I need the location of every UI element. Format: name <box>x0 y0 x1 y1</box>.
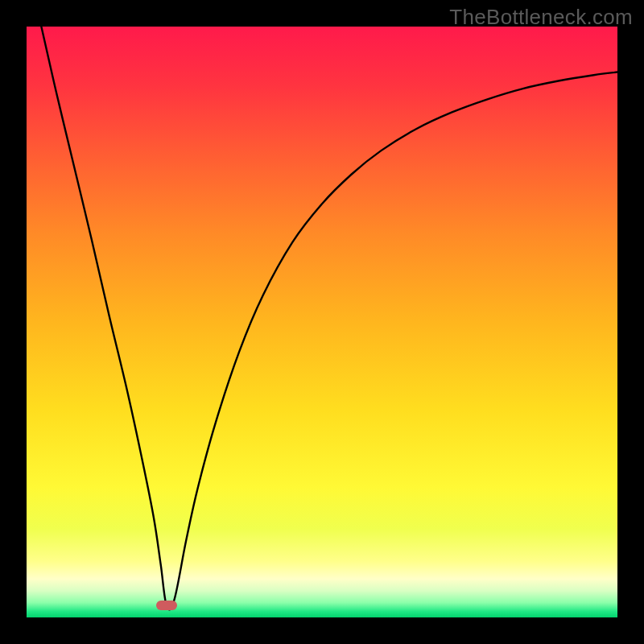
chart-frame: TheBottleneck.com <box>0 0 644 644</box>
bottleneck-curve <box>27 27 617 617</box>
optimum-marker <box>156 601 177 610</box>
plot-area <box>27 27 617 617</box>
